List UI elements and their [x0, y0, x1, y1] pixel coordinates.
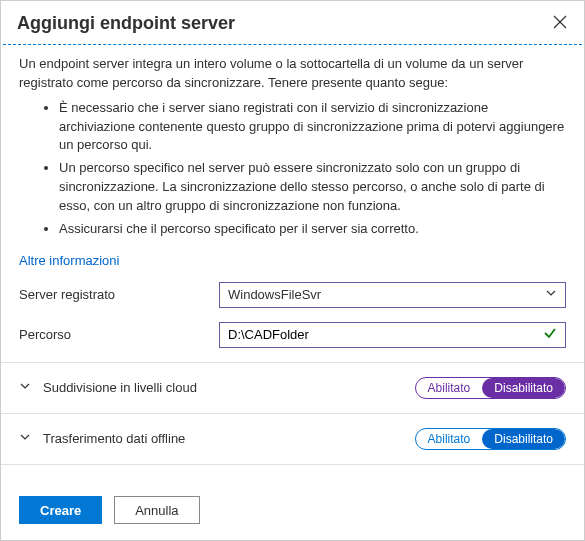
offline-transfer-label: Trasferimento dati offline: [43, 431, 415, 446]
cloud-tiering-toggle[interactable]: Abilitato Disabilitato: [415, 377, 566, 399]
offline-transfer-toggle[interactable]: Abilitato Disabilitato: [415, 428, 566, 450]
header-separator: [3, 44, 582, 45]
section-separator: [1, 464, 584, 465]
server-select[interactable]: WindowsFileSvr: [219, 282, 566, 308]
more-info-link[interactable]: Altre informazioni: [19, 253, 119, 268]
section-separator: [1, 362, 584, 363]
bullet-list: È necessario che i server siano registra…: [19, 99, 566, 239]
intro-text: Un endpoint server integra un intero vol…: [19, 55, 566, 93]
toggle-disabled-option[interactable]: Disabilitato: [482, 378, 565, 398]
toggle-disabled-option[interactable]: Disabilitato: [482, 429, 565, 449]
create-button[interactable]: Creare: [19, 496, 102, 524]
chevron-down-icon: [545, 287, 557, 302]
bullet-item: Assicurarsi che il percorso specificato …: [59, 220, 566, 239]
server-select-value: WindowsFileSvr: [228, 287, 321, 302]
cloud-tiering-row: Suddivisione in livelli cloud Abilitato …: [19, 369, 566, 407]
expand-icon[interactable]: [19, 431, 43, 446]
path-label: Percorso: [19, 327, 219, 342]
close-icon[interactable]: [552, 14, 568, 33]
toggle-enabled-option[interactable]: Abilitato: [416, 378, 483, 398]
check-icon: [543, 326, 557, 343]
path-input[interactable]: [228, 327, 543, 342]
bullet-item: È necessario che i server siano registra…: [59, 99, 566, 156]
bullet-item: Un percorso specifico nel server può ess…: [59, 159, 566, 216]
offline-transfer-row: Trasferimento dati offline Abilitato Dis…: [19, 420, 566, 458]
panel-title: Aggiungi endpoint server: [17, 13, 235, 34]
toggle-enabled-option[interactable]: Abilitato: [416, 429, 483, 449]
server-label: Server registrato: [19, 287, 219, 302]
path-input-wrap[interactable]: [219, 322, 566, 348]
cloud-tiering-label: Suddivisione in livelli cloud: [43, 380, 415, 395]
section-separator: [1, 413, 584, 414]
expand-icon[interactable]: [19, 380, 43, 395]
cancel-button[interactable]: Annulla: [114, 496, 199, 524]
